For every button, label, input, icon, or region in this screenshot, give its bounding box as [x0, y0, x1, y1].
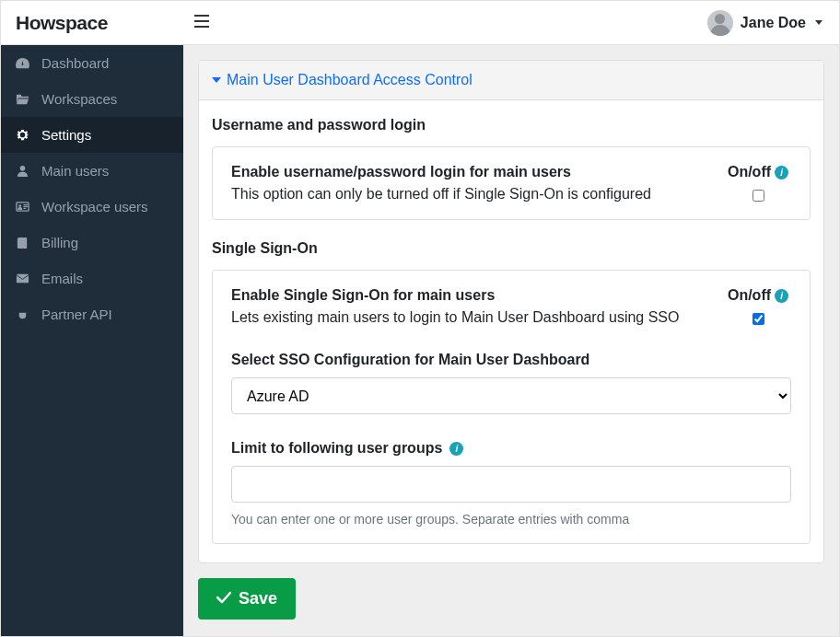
- groups-label: Limit to following user groups i: [231, 440, 791, 457]
- top-header: Howspace Jane Doe: [1, 1, 839, 45]
- sidebar-item-settings[interactable]: Settings: [1, 117, 183, 153]
- sidebar-item-main-users[interactable]: Main users: [1, 153, 183, 189]
- sso-config-label: Select SSO Configuration for Main User D…: [231, 352, 791, 368]
- sidebar-item-partner-api[interactable]: Partner API: [1, 296, 183, 332]
- caret-down-icon: [815, 20, 822, 25]
- userpass-toggle[interactable]: [752, 190, 764, 202]
- toggle-label: On/off: [728, 164, 771, 180]
- tachometer-icon: [14, 56, 30, 70]
- userpass-title: Enable username/password login for main …: [231, 164, 706, 180]
- logo: Howspace: [12, 12, 194, 34]
- sidebar-item-label: Workspaces: [41, 91, 117, 107]
- info-icon[interactable]: i: [775, 289, 788, 303]
- userpass-desc: This option can only be turned off if Si…: [231, 186, 706, 203]
- book-icon: [14, 236, 30, 249]
- svg-rect-1: [194, 20, 209, 22]
- sidebar-item-emails[interactable]: Emails: [1, 261, 183, 296]
- sidebar-item-billing[interactable]: Billing: [1, 225, 183, 261]
- info-icon[interactable]: i: [775, 166, 788, 180]
- check-icon: [216, 589, 231, 608]
- sso-desc: Lets existing main users to login to Mai…: [231, 309, 706, 326]
- sso-toggle[interactable]: [752, 313, 764, 325]
- svg-rect-6: [16, 274, 28, 283]
- groups-input[interactable]: [231, 466, 791, 503]
- sidebar-item-dashboard[interactable]: Dashboard: [1, 45, 183, 81]
- user-icon: [14, 164, 30, 178]
- user-menu[interactable]: Jane Doe: [707, 10, 828, 36]
- sidebar-item-label: Dashboard: [41, 55, 109, 71]
- sidebar-item-workspaces[interactable]: Workspaces: [1, 81, 183, 117]
- svg-rect-0: [194, 15, 209, 17]
- save-button[interactable]: Save: [198, 578, 296, 620]
- svg-point-5: [18, 204, 21, 207]
- sidebar: Dashboard Workspaces Settings Main users…: [1, 45, 183, 636]
- sidebar-item-label: Settings: [41, 127, 91, 143]
- userpass-card: Enable username/password login for main …: [212, 146, 811, 220]
- sidebar-item-label: Billing: [41, 235, 78, 250]
- sidebar-item-label: Main users: [41, 163, 109, 179]
- sso-card: Enable Single Sign-On for main users Let…: [212, 270, 811, 544]
- section-heading-userpass: Username and password login: [212, 117, 811, 133]
- sidebar-item-label: Emails: [41, 271, 83, 286]
- accordion-header[interactable]: Main User Dashboard Access Control: [199, 61, 823, 100]
- info-icon[interactable]: i: [449, 442, 463, 456]
- caret-down-icon: [212, 77, 221, 83]
- avatar: [707, 10, 733, 36]
- sso-title: Enable Single Sign-On for main users: [231, 287, 706, 304]
- envelope-icon: [14, 272, 30, 285]
- main-content: Main User Dashboard Access Control Usern…: [183, 45, 839, 636]
- sidebar-item-label: Workspace users: [41, 199, 148, 214]
- address-card-icon: [14, 200, 30, 214]
- folder-open-icon: [14, 92, 30, 106]
- toggle-label: On/off: [728, 287, 771, 304]
- groups-help: You can enter one or more user groups. S…: [231, 512, 791, 527]
- access-control-accordion: Main User Dashboard Access Control Usern…: [198, 60, 824, 563]
- sidebar-item-label: Partner API: [41, 307, 112, 322]
- sidebar-item-workspace-users[interactable]: Workspace users: [1, 189, 183, 225]
- plug-icon: [14, 307, 30, 321]
- hamburger-icon[interactable]: [194, 13, 209, 32]
- section-heading-sso: Single Sign-On: [212, 240, 811, 257]
- accordion-title: Main User Dashboard Access Control: [227, 72, 472, 88]
- user-name: Jane Doe: [741, 15, 806, 31]
- svg-rect-2: [194, 26, 209, 28]
- sso-config-select[interactable]: Azure AD: [231, 377, 791, 414]
- gear-icon: [14, 128, 30, 142]
- svg-point-3: [19, 166, 25, 171]
